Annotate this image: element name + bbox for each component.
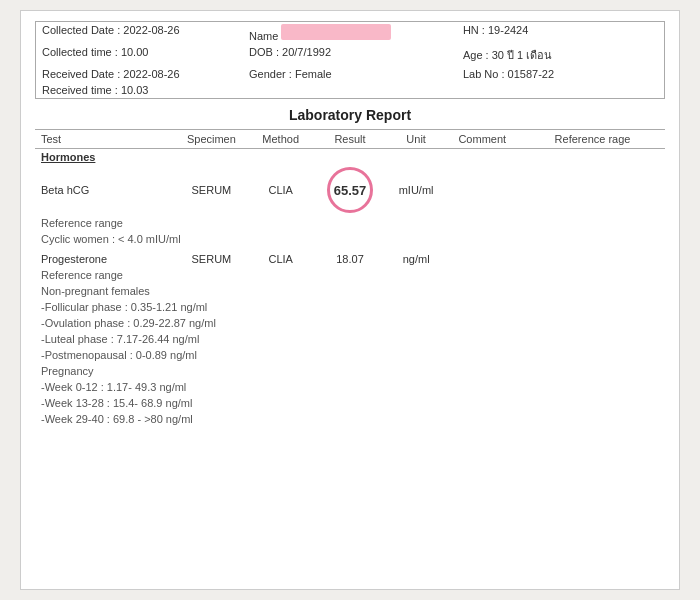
- method-beta-hcg: CLIA: [249, 165, 312, 215]
- report-title: Laboratory Report: [35, 107, 665, 123]
- age-label: Age :: [463, 49, 489, 61]
- ref-prog-week29-40: -Week 29-40 : 69.8 - >80 ng/ml: [35, 411, 665, 427]
- ref-beta-hcg-header: Reference range: [35, 215, 665, 231]
- ref-prog-week0-12: -Week 0-12 : 1.17- 49.3 ng/ml: [35, 379, 665, 395]
- received-time-value: 10.03: [121, 84, 149, 96]
- gender-cell: Gender : Female: [243, 66, 457, 82]
- lab-no-cell: Lab No : 01587-22: [457, 66, 665, 82]
- ref-prog-ovulation: -Ovulation phase : 0.29-22.87 ng/ml: [35, 315, 665, 331]
- gender-label: Gender :: [249, 68, 292, 80]
- ref-prog-pregnancy-text: Pregnancy: [35, 363, 665, 379]
- unit-beta-hcg: mIU/ml: [388, 165, 445, 215]
- collected-time-value: 10.00: [121, 46, 149, 58]
- ref-prog-header: Reference range: [35, 267, 665, 283]
- age-cell: Age : 30 ปี 1 เดือน: [457, 44, 665, 66]
- hn-label: HN :: [463, 24, 485, 36]
- ref-prog-week13-28: -Week 13-28 : 15.4- 68.9 ng/ml: [35, 395, 665, 411]
- col-unit: Unit: [388, 130, 445, 149]
- name-label: Name: [249, 30, 278, 42]
- name-cell: Name: [243, 22, 457, 45]
- test-row-beta-hcg: Beta hCG SERUM CLIA 65.57 mIU/ml: [35, 165, 665, 215]
- ref-prog-luteal: -Luteal phase : 7.17-26.44 ng/ml: [35, 331, 665, 347]
- section-hormones-label: Hormones: [35, 149, 665, 166]
- hn-value: 19-2424: [488, 24, 528, 36]
- collected-date-label: Collected Date :: [42, 24, 120, 36]
- specimen-beta-hcg: SERUM: [174, 165, 250, 215]
- specimen-progesterone: SERUM: [174, 251, 250, 267]
- collected-date-cell: Collected Date : 2022-08-26: [36, 22, 244, 45]
- ref-prog-non-pregnant: Non-pregnant females: [35, 283, 665, 299]
- ref-prog-follicular-text: -Follicular phase : 0.35-1.21 ng/ml: [35, 299, 665, 315]
- method-progesterone: CLIA: [249, 251, 312, 267]
- result-beta-hcg: 65.57: [312, 165, 388, 215]
- received-date-label: Received Date :: [42, 68, 120, 80]
- ref-prog-header-label: Reference range: [35, 267, 665, 283]
- unit-progesterone: ng/ml: [388, 251, 445, 267]
- ref-prog-postmeno: -Postmenopausal : 0-0.89 ng/ml: [35, 347, 665, 363]
- lab-results-table: Test Specimen Method Result Unit Comment…: [35, 129, 665, 427]
- received-time-cell: Received time : 10.03: [36, 82, 244, 99]
- section-hormones: Hormones: [35, 149, 665, 166]
- collected-date-value: 2022-08-26: [123, 24, 179, 36]
- lab-report-page: Collected Date : 2022-08-26 Name HN : 19…: [20, 10, 680, 590]
- patient-name-highlight: [281, 24, 391, 40]
- ref-beta-hcg-cyclic: Cyclic women : < 4.0 mIU/ml: [35, 231, 665, 247]
- gender-value: Female: [295, 68, 332, 80]
- ref-prog-week29-40-text: -Week 29-40 : 69.8 - >80 ng/ml: [35, 411, 665, 427]
- ref-prog-postmeno-text: -Postmenopausal : 0-0.89 ng/ml: [35, 347, 665, 363]
- result-circle-beta-hcg: 65.57: [327, 167, 373, 213]
- col-specimen: Specimen: [174, 130, 250, 149]
- age-value: 30 ปี 1 เดือน: [492, 49, 553, 61]
- ref-prog-week0-12-text: -Week 0-12 : 1.17- 49.3 ng/ml: [35, 379, 665, 395]
- hn-cell: HN : 19-2424: [457, 22, 665, 45]
- collected-time-label: Collected time :: [42, 46, 118, 58]
- col-test: Test: [35, 130, 174, 149]
- ref-prog-week13-28-text: -Week 13-28 : 15.4- 68.9 ng/ml: [35, 395, 665, 411]
- test-name-beta-hcg: Beta hCG: [35, 165, 174, 215]
- ref-beta-hcg-cyclic-text: Cyclic women : < 4.0 mIU/ml: [35, 231, 665, 247]
- col-method: Method: [249, 130, 312, 149]
- ref-prog-non-pregnant-text: Non-pregnant females: [35, 283, 665, 299]
- test-name-progesterone: Progesterone: [35, 251, 174, 267]
- received-date-cell: Received Date : 2022-08-26: [36, 66, 244, 82]
- ref-prog-luteal-text: -Luteal phase : 7.17-26.44 ng/ml: [35, 331, 665, 347]
- col-result: Result: [312, 130, 388, 149]
- col-ref-range: Reference rage: [520, 130, 665, 149]
- ref-beta-hcg-header-label: Reference range: [35, 215, 665, 231]
- ref-prog-ovulation-text: -Ovulation phase : 0.29-22.87 ng/ml: [35, 315, 665, 331]
- col-comment: Comment: [444, 130, 520, 149]
- ref-prog-pregnancy: Pregnancy: [35, 363, 665, 379]
- result-progesterone: 18.07: [312, 251, 388, 267]
- ref-prog-follicular: -Follicular phase : 0.35-1.21 ng/ml: [35, 299, 665, 315]
- lab-no-label: Lab No :: [463, 68, 505, 80]
- dob-label: DOB :: [249, 46, 279, 58]
- dob-cell: DOB : 20/7/1992: [243, 44, 457, 66]
- collected-time-cell: Collected time : 10.00: [36, 44, 244, 66]
- patient-info-table: Collected Date : 2022-08-26 Name HN : 19…: [35, 21, 665, 99]
- received-time-label: Received time :: [42, 84, 118, 96]
- received-date-value: 2022-08-26: [123, 68, 179, 80]
- dob-value: 20/7/1992: [282, 46, 331, 58]
- lab-no-value: 01587-22: [508, 68, 555, 80]
- test-row-progesterone: Progesterone SERUM CLIA 18.07 ng/ml: [35, 251, 665, 267]
